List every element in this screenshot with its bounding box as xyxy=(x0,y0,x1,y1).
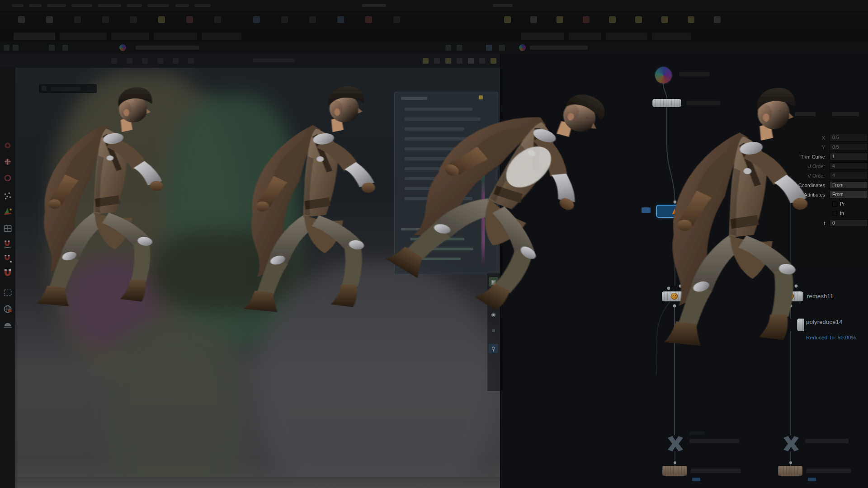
playbar-strip[interactable] xyxy=(15,477,500,488)
tool-icon[interactable] xyxy=(468,58,474,64)
parameter-row[interactable]: Paste AttributesFrom xyxy=(763,190,868,199)
snap-icon[interactable] xyxy=(2,267,13,278)
menu-item[interactable] xyxy=(194,4,211,7)
shelf-tool-icon[interactable] xyxy=(253,16,260,23)
shelf-tab[interactable] xyxy=(202,33,241,40)
panel-menu-icon[interactable] xyxy=(471,95,475,99)
shelf-tab[interactable] xyxy=(521,33,564,40)
tool-icon[interactable] xyxy=(142,58,148,64)
shelf-tool-icon[interactable] xyxy=(74,16,81,23)
pin-icon[interactable] xyxy=(445,45,451,51)
selected-node[interactable] xyxy=(657,206,693,217)
selection-box-icon[interactable] xyxy=(2,287,13,298)
shelf-tab[interactable] xyxy=(606,33,647,40)
shelf-tool-icon[interactable] xyxy=(309,16,316,23)
shelf-tool-icon[interactable] xyxy=(46,16,53,23)
parameter-value[interactable]: 0.5 xyxy=(830,134,868,141)
node-flag-chip[interactable] xyxy=(642,207,651,213)
menu-item[interactable] xyxy=(98,4,121,7)
viewport-toolbar[interactable] xyxy=(0,54,500,68)
tool-icon[interactable] xyxy=(479,58,485,64)
shelf-tool-icon[interactable] xyxy=(365,16,372,23)
view-globe-icon[interactable] xyxy=(2,304,13,314)
subnet-node[interactable] xyxy=(655,67,672,84)
parameter-row[interactable]: Trim Curve1 xyxy=(763,152,868,161)
move-tool-icon[interactable] xyxy=(2,156,13,167)
network-path[interactable] xyxy=(530,46,588,50)
tool-dropdown[interactable] xyxy=(253,58,295,62)
shelf-tool-icon[interactable] xyxy=(393,16,400,23)
null-node[interactable] xyxy=(782,435,801,452)
null-node[interactable] xyxy=(666,435,685,452)
shelf-tab[interactable] xyxy=(569,33,601,40)
parameter-value[interactable]: 0 xyxy=(830,219,868,227)
parameter-value[interactable]: In xyxy=(830,210,868,217)
shelf-tab[interactable] xyxy=(60,33,107,40)
shelf-tool-icon[interactable] xyxy=(530,16,537,23)
shelf-tool-icon[interactable] xyxy=(158,16,165,23)
axis-snap-icon[interactable] xyxy=(2,206,13,217)
viewport-left-toolbar[interactable] xyxy=(0,68,16,488)
parameter-row[interactable]: U Order4 xyxy=(763,161,868,171)
forward-icon[interactable] xyxy=(62,45,68,51)
parameter-value[interactable]: 0.5 xyxy=(830,143,868,151)
shelf-tab[interactable] xyxy=(154,33,197,40)
render-view-icon[interactable]: ▣ xyxy=(489,277,498,286)
parameter-row[interactable]: Y0.5 xyxy=(763,142,868,152)
network-path[interactable] xyxy=(136,46,199,50)
menu-item[interactable] xyxy=(127,4,142,7)
main-menubar[interactable] xyxy=(0,0,868,11)
tool-icon[interactable] xyxy=(491,58,496,64)
checkbox-icon[interactable] xyxy=(832,211,837,216)
tool-icon[interactable] xyxy=(457,58,462,64)
camera-menu[interactable] xyxy=(39,84,97,93)
parameter-row[interactable]: Pr xyxy=(763,199,868,209)
menu-item[interactable] xyxy=(71,4,92,7)
snap-multi-icon[interactable] xyxy=(2,239,13,249)
shelf-tool-icon[interactable] xyxy=(186,16,193,23)
panel-pin-icon[interactable] xyxy=(479,95,483,99)
parameter-panel[interactable]: X0.5Y0.5Trim Curve1U Order4V Order4Paste… xyxy=(763,109,868,267)
parameter-row[interactable]: In xyxy=(763,209,868,218)
parameter-row[interactable]: t0 xyxy=(763,218,868,228)
geo-node[interactable] xyxy=(652,99,681,107)
shelf-tabs[interactable] xyxy=(0,30,868,42)
parameter-value[interactable]: Pr xyxy=(830,200,868,208)
parameter-value[interactable]: 4 xyxy=(830,162,868,170)
parameter-row[interactable]: Paste CoordinatesFrom xyxy=(763,180,868,190)
wire-handle-icon[interactable]: ⋔ xyxy=(489,293,498,303)
parameter-row[interactable]: V Order4 xyxy=(763,171,868,180)
tool-icon[interactable] xyxy=(111,58,117,64)
menu-item[interactable] xyxy=(29,4,42,7)
parameter-value[interactable]: From xyxy=(830,181,868,189)
polyreduce-node[interactable] xyxy=(797,319,804,331)
parameter-row[interactable]: X0.5 xyxy=(763,133,868,142)
menu-item[interactable] xyxy=(175,4,189,7)
tool-icon[interactable] xyxy=(423,58,429,64)
parameter-value[interactable]: From xyxy=(830,191,868,198)
menu-item[interactable] xyxy=(47,4,66,7)
tool-icon[interactable] xyxy=(188,58,194,64)
menu-item[interactable] xyxy=(147,4,169,7)
pin-icon[interactable] xyxy=(4,45,9,51)
remesh-node[interactable] xyxy=(662,291,687,301)
forward-icon[interactable] xyxy=(499,45,505,51)
path-bars[interactable] xyxy=(0,42,868,54)
rotate-tool-icon[interactable] xyxy=(2,173,13,183)
back-icon[interactable] xyxy=(486,45,492,51)
shelf-toolbar[interactable] xyxy=(0,11,868,30)
shelf-tool-icon[interactable] xyxy=(557,16,563,23)
parameter-tab[interactable] xyxy=(832,112,859,116)
grid-snap-icon[interactable] xyxy=(2,223,13,234)
parameter-value[interactable]: 1 xyxy=(830,153,868,160)
shelf-tool-icon[interactable] xyxy=(102,16,109,23)
dome-light-icon[interactable] xyxy=(2,319,13,330)
material-info-panel[interactable] xyxy=(394,92,498,274)
snapshot-pin-icon[interactable]: ⚲ xyxy=(489,344,498,353)
shelf-tool-icon[interactable] xyxy=(504,16,511,23)
tool-icon[interactable] xyxy=(434,58,440,64)
parameter-value[interactable]: 4 xyxy=(830,172,868,179)
shelf-tool-icon[interactable] xyxy=(609,16,616,23)
checkbox-icon[interactable] xyxy=(832,202,837,206)
tool-icon[interactable] xyxy=(445,58,451,64)
